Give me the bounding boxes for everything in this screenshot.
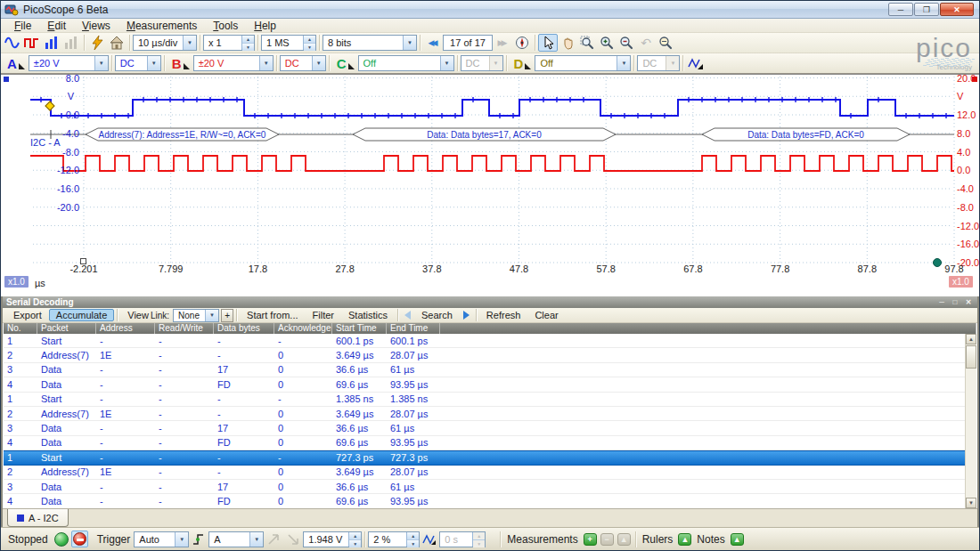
table-row[interactable]: 4Data--FD069.6 µs93.95 µs	[4, 436, 965, 450]
table-row[interactable]: 3Data--17036.6 µs61 µs	[4, 480, 965, 494]
channel-b-axis-marker[interactable]	[972, 77, 977, 82]
restore-button[interactable]: ❐	[914, 3, 939, 16]
waveform-canvas[interactable]: Address(7): Address=1E, R/W~=0, ACK=0Dat…	[1, 75, 980, 297]
search-next-icon[interactable]	[463, 311, 470, 320]
rulers-button[interactable]: ▲	[678, 533, 691, 546]
menu-edit[interactable]: Edit	[39, 19, 74, 33]
table-row[interactable]: 1Start----727.3 ps727.3 ps	[4, 450, 965, 465]
chevron-down-icon[interactable]: ▼	[249, 532, 263, 547]
filter-button[interactable]: Filter	[306, 309, 341, 321]
channel-b-coupling-select[interactable]: DC▼	[280, 55, 326, 71]
chevron-down-icon[interactable]: ▼	[403, 36, 416, 50]
zoom-out-button[interactable]	[617, 34, 636, 52]
autosetup-button[interactable]	[87, 34, 107, 52]
scope-view-button[interactable]	[3, 34, 22, 52]
decode-table-body[interactable]: 1Start----600.1 ps600.1 ps2Address(7)1E-…	[4, 334, 965, 508]
menu-measurements[interactable]: Measurements	[118, 19, 205, 33]
buffer-next-button[interactable]: ▶▶	[493, 34, 512, 52]
column-header-address[interactable]: Address	[96, 323, 155, 334]
trigger-level-stepper[interactable]: 1.948 V▲▼	[303, 531, 362, 547]
zoom-full-button[interactable]	[656, 34, 675, 52]
menu-views[interactable]: Views	[74, 19, 118, 33]
table-scrollbar[interactable]: ▲ ▼	[965, 334, 976, 508]
channel-a-axis-marker[interactable]	[4, 77, 9, 82]
notes-button[interactable]: ▲	[731, 533, 744, 546]
axis-offset-dot[interactable]	[933, 258, 942, 267]
stop-capture-wrap[interactable]	[71, 531, 88, 547]
spinner-arrows-icon[interactable]: ▲▼	[303, 36, 315, 50]
menu-help[interactable]: Help	[246, 19, 284, 33]
table-row[interactable]: 1Start----600.1 ps600.1 ps	[4, 334, 965, 348]
table-row[interactable]: 4Data--FD069.6 µs93.95 µs	[4, 494, 965, 508]
scrollbar-thumb[interactable]	[966, 345, 976, 369]
table-row[interactable]: 2Address(7)1E--03.649 µs28.07 µs	[4, 348, 965, 362]
marquee-zoom-button[interactable]	[577, 34, 597, 52]
search-prev-icon[interactable]	[404, 311, 411, 320]
trigger-mode-select[interactable]: Auto▼	[134, 531, 189, 547]
sample-count-stepper[interactable]: 1 MS▲▼	[261, 35, 316, 51]
buffer-prev-button[interactable]: ◀◀	[423, 34, 443, 52]
menu-file[interactable]: File	[6, 19, 39, 33]
tab-a-i2c[interactable]: A - I2C	[7, 509, 69, 527]
start-capture-button[interactable]	[54, 532, 69, 547]
search-button[interactable]: Search	[414, 309, 460, 321]
add-measurement-button[interactable]: +	[584, 533, 597, 546]
axis-drag-handle[interactable]	[80, 258, 86, 264]
serial-decoding-header[interactable]: Serial Decoding ─ □ ✕	[3, 296, 977, 308]
timebase-select[interactable]: 10 µs/div▼	[133, 35, 197, 51]
scroll-up-button[interactable]: ▲	[966, 334, 976, 344]
spinner-arrows-icon[interactable]: ▲▼	[348, 532, 361, 547]
column-header-data[interactable]: Data bytes	[214, 323, 274, 334]
trigger-time-button[interactable]	[420, 531, 439, 548]
zoom-in-button[interactable]	[597, 34, 617, 52]
table-row[interactable]: 3Data--17036.6 µs61 µs	[4, 363, 965, 377]
table-row[interactable]: 2Address(7)1E--03.649 µs28.07 µs	[4, 407, 965, 421]
accumulate-button[interactable]: Accumulate	[49, 309, 114, 321]
chevron-down-icon[interactable]: ▼	[175, 532, 188, 547]
close-button[interactable]: ✕	[940, 3, 974, 16]
resolution-select[interactable]: 8 bits▼	[323, 35, 417, 51]
link-select[interactable]: None▼	[173, 309, 219, 322]
chevron-down-icon[interactable]: ▼	[94, 56, 108, 70]
trigger-hysteresis-stepper[interactable]: 2 %▲▼	[368, 531, 420, 547]
zoom-factor-stepper[interactable]: x 1▲▼	[203, 35, 255, 51]
buffer-navigator-button[interactable]	[512, 34, 532, 52]
channel-a-coupling-select[interactable]: DC▼	[115, 55, 161, 71]
statistics-button[interactable]: Statistics	[341, 309, 395, 321]
pointer-tool-button[interactable]	[538, 34, 558, 52]
scroll-down-button[interactable]: ▼	[966, 498, 976, 508]
chevron-down-icon[interactable]: ▼	[205, 310, 218, 321]
undo-zoom-button[interactable]: ↶	[636, 34, 656, 52]
clear-button[interactable]: Clear	[527, 309, 565, 321]
table-row[interactable]: 2Address(7)1E--03.649 µs28.07 µs	[4, 466, 965, 480]
chevron-down-icon[interactable]: ▼	[183, 36, 196, 50]
panel-minimize-icon[interactable]: ─	[936, 298, 947, 307]
column-header-packet[interactable]: Packet	[37, 323, 96, 334]
trigger-source-select[interactable]: A▼	[208, 531, 264, 547]
start-from-button[interactable]: Start from...	[240, 309, 305, 321]
panel-restore-icon[interactable]: □	[950, 298, 960, 307]
table-row[interactable]: 4Data--FD069.6 µs93.95 µs	[4, 377, 965, 392]
chevron-down-icon[interactable]: ▼	[312, 56, 325, 70]
channel-c-range-select[interactable]: Off▼	[358, 55, 454, 71]
spectrum-view-button[interactable]	[42, 34, 61, 52]
pan-tool-button[interactable]	[558, 34, 577, 52]
minimize-button[interactable]: ─	[888, 3, 913, 16]
xy-view-button[interactable]	[61, 34, 81, 52]
channel-a-range-select[interactable]: ±20 V▼	[29, 55, 109, 71]
menu-tools[interactable]: Tools	[205, 19, 246, 33]
chevron-down-icon[interactable]: ▼	[147, 56, 160, 70]
persistence-view-button[interactable]	[22, 34, 42, 52]
x-zoom-badge-left[interactable]: x1.0	[4, 276, 29, 288]
chevron-down-icon[interactable]: ▼	[259, 56, 273, 70]
trigger-edge-button[interactable]	[189, 531, 208, 548]
spinner-arrows-icon[interactable]: ▲▼	[241, 36, 254, 50]
channel-d-range-select[interactable]: Off▼	[535, 55, 631, 71]
column-header-end[interactable]: End Time	[387, 323, 440, 334]
column-header-start[interactable]: Start Time	[332, 323, 387, 334]
home-button[interactable]	[107, 34, 127, 52]
chevron-down-icon[interactable]: ▼	[617, 56, 630, 70]
chevron-down-icon[interactable]: ▼	[440, 56, 453, 70]
x-zoom-badge-right[interactable]: x1.0	[949, 276, 973, 288]
column-header-ack[interactable]: Acknowledge	[274, 323, 332, 334]
